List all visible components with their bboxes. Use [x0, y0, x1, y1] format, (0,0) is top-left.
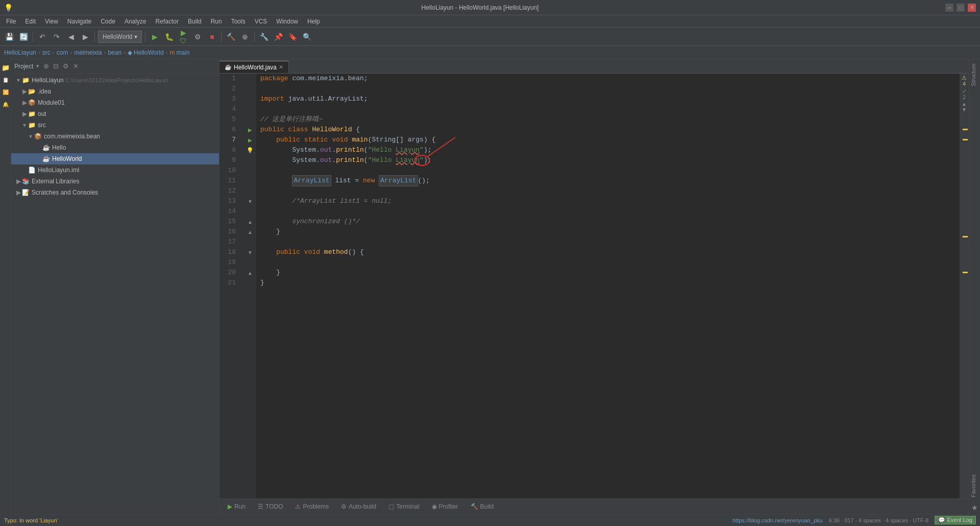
save-all-button[interactable]: 💾 [3, 31, 15, 43]
debug-button[interactable]: 🐛 [163, 31, 175, 43]
tab-run[interactable]: ▶ Run [224, 500, 250, 513]
tree-arrow-package[interactable]: ▾ [28, 133, 34, 140]
collapse-gutter-icon[interactable]: ▼ [962, 107, 967, 112]
build-config-button[interactable]: ⚙ [191, 31, 204, 43]
tree-item-idea[interactable]: ▶ 📂 .idea [11, 86, 219, 97]
sidebar-icon-notifications[interactable]: 🔔 [1, 99, 11, 109]
tree-item-helloworld[interactable]: ☕ HelloWorld [11, 153, 219, 164]
breadcrumb-main[interactable]: mmain [170, 49, 190, 56]
breadcrumb-com[interactable]: com [57, 49, 68, 56]
collapse-all-button[interactable]: ⊟ [52, 61, 60, 71]
locate-file-button[interactable]: ⊕ [42, 61, 50, 71]
tree-arrow-module01[interactable]: ▶ [21, 99, 28, 106]
tab-profiler[interactable]: ◉ Profiler [428, 500, 462, 513]
menu-run[interactable]: Run [207, 17, 226, 26]
menu-help[interactable]: Help [303, 17, 324, 26]
stop-button[interactable]: ■ [206, 31, 218, 43]
gutter-13-fold[interactable]: ▼ [244, 196, 256, 206]
menu-edit[interactable]: Edit [21, 17, 40, 26]
tree-arrow-scratches[interactable]: ▶ [15, 189, 21, 196]
project-panel-dropdown[interactable]: ▾ [36, 63, 39, 69]
sidebar-icon-commit[interactable]: 📋 [1, 75, 11, 85]
run-button[interactable]: ▶ [149, 31, 161, 43]
tree-arrow-idea[interactable]: ▶ [21, 88, 28, 95]
breadcrumb-bean[interactable]: bean [108, 49, 121, 56]
status-link[interactable]: https://blog.csdn.net/yerenyuan_pku [732, 517, 823, 523]
project-selector[interactable]: HelloWorld ▾ [98, 31, 142, 43]
tree-arrow-out[interactable]: ▶ [21, 110, 28, 117]
sidebar-label-structure[interactable]: Structure [969, 59, 980, 90]
search-button[interactable]: 🔍 [301, 31, 313, 43]
undo-button[interactable]: ↶ [36, 31, 48, 43]
sidebar-icon-project[interactable]: 📁 [1, 62, 11, 73]
tree-item-external-libs[interactable]: ▶ 📚 External Libraries [11, 176, 219, 187]
build-button[interactable]: 🔨 [225, 31, 237, 43]
menu-file[interactable]: File [2, 17, 20, 26]
tree-item-out[interactable]: ▶ 📁 out [11, 108, 219, 119]
tree-item-scratches[interactable]: ▶ 📝 Scratches and Consoles [11, 187, 219, 198]
event-log-button[interactable]: 💬 Event Log [935, 516, 976, 524]
tree-label-helloliayun: HelloLiayun C:\Users\32120\IdeaProjects\… [32, 77, 168, 84]
tree-item-hello[interactable]: ☕ Hello [11, 142, 219, 153]
navigate-back-button[interactable]: ◀ [65, 31, 77, 43]
gutter-16-fold[interactable]: ▲ [244, 227, 256, 237]
tree-item-src[interactable]: ▾ 📁 src [11, 119, 219, 131]
menu-navigate[interactable]: Navigate [63, 17, 95, 26]
tree-arrow-external-libs[interactable]: ▶ [15, 178, 21, 185]
editor-area: ☕ HelloWorld.java ✕ 1 2 3 4 5 6 7 8 9 10… [219, 59, 969, 514]
tree-item-iml[interactable]: 📄 HelloLiayun.iml [11, 164, 219, 176]
tree-arrow-src[interactable]: ▾ [21, 122, 28, 129]
gutter-8-bulb[interactable]: 💡 [244, 145, 256, 155]
minimize-button[interactable]: ─ [945, 4, 953, 12]
run-coverage-button[interactable]: ▶🛡 [177, 31, 189, 43]
bookmarks-button[interactable]: 🔖 [286, 31, 299, 43]
tools2-button[interactable]: 📌 [272, 31, 284, 43]
sync-button[interactable]: 🔄 [17, 31, 30, 43]
panel-settings-button[interactable]: ⚙ [62, 61, 70, 71]
close-button[interactable]: ✕ [968, 4, 976, 12]
fold-18-icon: ▼ [248, 250, 253, 255]
navigate-forward-button[interactable]: ▶ [79, 31, 91, 43]
tree-arrow-helloliayun[interactable]: ▾ [15, 77, 21, 84]
settings-button[interactable]: 🔧 [258, 31, 270, 43]
breadcrumb-helloliayun[interactable]: HelloLiayun [4, 49, 36, 56]
tab-close-helloworld[interactable]: ✕ [279, 64, 283, 70]
tab-terminal[interactable]: ▢ Terminal [384, 500, 423, 513]
tree-item-module01[interactable]: ▶ 📦 Module01 [11, 97, 219, 108]
breadcrumb-helloworld[interactable]: ◆HelloWorld [128, 49, 163, 56]
gutter-6-run[interactable]: ▶ [244, 125, 256, 135]
bookmark-icon[interactable]: ★ [971, 504, 978, 512]
tab-todo[interactable]: ☰ TODO [254, 500, 287, 513]
tree-item-helloliayun[interactable]: ▾ 📁 HelloLiayun C:\Users\32120\IdeaProje… [11, 75, 219, 86]
close-panel-button[interactable]: ✕ [72, 61, 80, 71]
sidebar-icon-git[interactable]: 🔀 [1, 87, 11, 97]
menu-refactor[interactable]: Refactor [152, 17, 183, 26]
tab-build[interactable]: 🔨 Build [467, 500, 498, 513]
sidebar-label-favorites[interactable]: Favorites [969, 470, 980, 501]
code-content[interactable]: package com.meimeixia.bean; import java.… [256, 74, 960, 498]
tab-auto-build[interactable]: ⚙ Auto-build [337, 500, 380, 513]
menu-build[interactable]: Build [184, 17, 206, 26]
tree-item-package[interactable]: ▾ 📦 com.meimeixia.bean [11, 131, 219, 142]
gutter-7-run[interactable]: ▶ [244, 135, 256, 145]
menu-vcs[interactable]: VCS [251, 17, 272, 26]
expand-gutter-icon[interactable]: ▲ [962, 101, 967, 107]
line-num-16: 16 [219, 227, 240, 237]
menu-code[interactable]: Code [96, 17, 119, 26]
maximize-button[interactable]: □ [957, 4, 965, 12]
gutter-18-fold[interactable]: ▼ [244, 247, 256, 257]
menu-analyze[interactable]: Analyze [120, 17, 151, 26]
breadcrumb-meimeixia[interactable]: meimeixia [74, 49, 102, 56]
iml-file-icon: 📄 [28, 166, 36, 174]
gutter-20-fold[interactable]: ▲ [244, 268, 256, 278]
tab-helloworld[interactable]: ☕ HelloWorld.java ✕ [219, 61, 289, 73]
scrollbar-markers [960, 113, 969, 498]
menu-view[interactable]: View [41, 17, 62, 26]
redo-button[interactable]: ↷ [51, 31, 63, 43]
gutter-15-fold[interactable]: ▲ [244, 217, 256, 227]
tab-problems[interactable]: ⚠ Problems [291, 500, 333, 513]
breadcrumb-src[interactable]: src [42, 49, 51, 56]
add-config-button[interactable]: ⊕ [239, 31, 251, 43]
menu-window[interactable]: Window [272, 17, 302, 26]
menu-tools[interactable]: Tools [227, 17, 250, 26]
